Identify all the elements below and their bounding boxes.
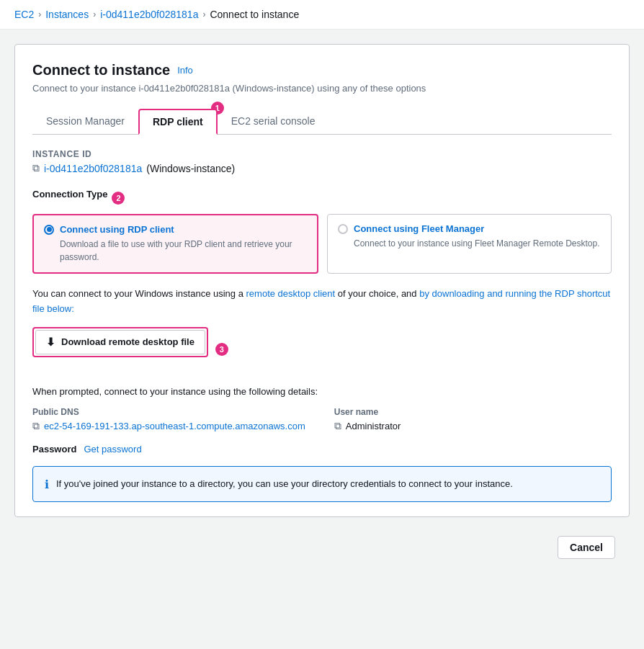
option-rdp-title: Connect using RDP client	[60, 224, 174, 235]
public-dns-block: Public DNS ⧉ ec2-54-169-191-133.ap-south…	[32, 407, 305, 432]
info-box-text: If you've joined your instance to a dire…	[56, 477, 513, 492]
breadcrumb-sep-2: ›	[93, 9, 96, 19]
instance-id-value[interactable]: i-0d411e2b0f028181a	[44, 163, 142, 174]
copy-user-icon[interactable]: ⧉	[334, 420, 341, 432]
main-card: Connect to instance Info Connect to your…	[14, 44, 630, 517]
step-badge-3: 3	[215, 343, 228, 356]
download-icon: ⬇	[46, 336, 55, 349]
tab-session-manager[interactable]: Session Manager	[32, 109, 138, 133]
connection-options: Connect using RDP client Download a file…	[32, 214, 612, 274]
tab-wrapper-ec2-serial: EC2 serial console	[218, 108, 329, 134]
tab-ec2-serial-console[interactable]: EC2 serial console	[218, 109, 329, 133]
breadcrumb-sep-1: ›	[38, 9, 41, 19]
breadcrumb-ec2[interactable]: EC2	[14, 9, 34, 20]
user-name-value-row: ⧉ Administrator	[334, 420, 401, 432]
tab-rdp-client[interactable]: RDP client	[138, 109, 218, 135]
breadcrumb-instance-id[interactable]: i-0d411e2b0f028181a	[100, 9, 198, 20]
option-fleet-header: Connect using Fleet Manager	[338, 223, 601, 234]
option-rdp-desc: Download a file to use with your RDP cli…	[60, 238, 307, 264]
copy-icon[interactable]: ⧉	[32, 162, 40, 174]
info-box: ℹ If you've joined your instance to a di…	[32, 466, 612, 503]
get-password-link[interactable]: Get password	[84, 444, 141, 455]
option-fleet-manager[interactable]: Connect using Fleet Manager Connect to y…	[327, 214, 612, 274]
password-label: Password	[32, 444, 76, 455]
cancel-button[interactable]: Cancel	[558, 536, 615, 559]
option-fleet-desc: Connect to your instance using Fleet Man…	[354, 237, 601, 250]
instance-id-label: Instance ID	[32, 149, 612, 159]
instance-id-row: ⧉ i-0d411e2b0f028181a (Windows-instance)	[32, 162, 612, 174]
radio-fleet	[338, 224, 348, 234]
tab-wrapper-rdp-client: RDP client 1	[138, 108, 218, 134]
breadcrumb-sep-3: ›	[202, 9, 205, 19]
download-btn-wrapper: ⬇ Download remote desktop file	[32, 327, 208, 357]
footer-row: Cancel	[14, 524, 630, 570]
user-name-value: Administrator	[346, 421, 401, 431]
download-rdp-button[interactable]: ⬇ Download remote desktop file	[35, 330, 205, 354]
option-fleet-title: Connect using Fleet Manager	[354, 223, 484, 234]
copy-dns-icon[interactable]: ⧉	[32, 420, 40, 432]
info-link[interactable]: Info	[177, 65, 193, 76]
breadcrumb: EC2 › Instances › i-0d411e2b0f028181a › …	[0, 0, 644, 30]
page-wrapper: Connect to instance Info Connect to your…	[0, 30, 644, 646]
info-text: You can connect to your Windows instance…	[32, 287, 612, 317]
tab-wrapper-session-manager: Session Manager	[32, 108, 138, 134]
user-name-label: User name	[334, 407, 401, 417]
breadcrumb-current: Connect to instance	[210, 9, 299, 20]
step-badge-2: 2	[112, 192, 125, 205]
public-dns-value-row: ⧉ ec2-54-169-191-133.ap-southeast-1.comp…	[32, 420, 305, 432]
option-rdp-client[interactable]: Connect using RDP client Download a file…	[32, 214, 318, 274]
prompt-text: When prompted, connect to your instance …	[32, 386, 612, 397]
public-dns-label: Public DNS	[32, 407, 305, 417]
breadcrumb-instances[interactable]: Instances	[45, 9, 89, 20]
password-row: Password Get password	[32, 444, 612, 455]
connection-type-label: Connection Type	[32, 189, 107, 200]
instance-id-suffix: (Windows-instance)	[146, 163, 235, 174]
card-title-row: Connect to instance Info	[32, 62, 612, 79]
page-title: Connect to instance	[32, 62, 170, 79]
tabs-row: Session Manager RDP client 1 EC2 serial …	[32, 108, 612, 135]
download-btn-label: Download remote desktop file	[61, 336, 194, 347]
card-subtitle: Connect to your instance i-0d411e2b0f028…	[32, 83, 612, 94]
details-row: Public DNS ⧉ ec2-54-169-191-133.ap-south…	[32, 407, 612, 432]
radio-rdp	[44, 225, 54, 235]
user-name-block: User name ⧉ Administrator	[334, 407, 401, 432]
option-rdp-header: Connect using RDP client	[44, 224, 307, 235]
info-circle-icon: ℹ	[45, 478, 49, 491]
remote-desktop-link[interactable]: remote desktop client	[246, 288, 336, 299]
public-dns-value[interactable]: ec2-54-169-191-133.ap-southeast-1.comput…	[44, 421, 305, 431]
radio-rdp-inner	[47, 227, 52, 232]
